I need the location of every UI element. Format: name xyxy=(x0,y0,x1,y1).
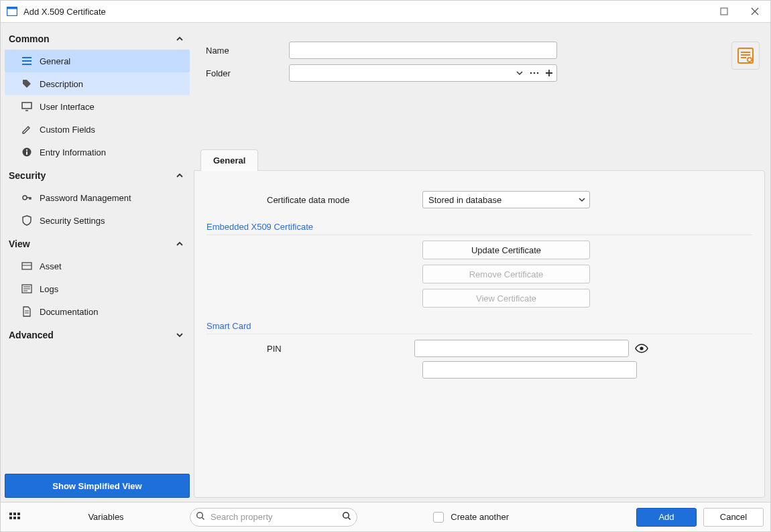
svg-point-11 xyxy=(534,72,536,74)
section-smart-card: Smart Card xyxy=(206,321,752,334)
sidebar-scroll: Common General Description User Interfac… xyxy=(5,27,190,470)
chevron-up-icon xyxy=(175,239,184,249)
key-icon xyxy=(21,192,33,204)
sidebar-group-common[interactable]: Common xyxy=(5,27,190,50)
create-another-checkbox[interactable] xyxy=(433,512,444,523)
search-icon[interactable] xyxy=(342,511,351,523)
svg-rect-19 xyxy=(9,517,12,519)
remove-certificate-button: Remove Certificate xyxy=(422,265,590,283)
sidebar-item-logs[interactable]: Logs xyxy=(5,277,190,300)
add-button[interactable]: Add xyxy=(636,508,697,527)
sidebar-item-label: Security Settings xyxy=(40,216,105,226)
cert-mode-select[interactable]: Stored in database xyxy=(422,191,590,208)
titlebar: Add X.509 Certificate xyxy=(1,1,770,23)
sidebar-item-label: Custom Fields xyxy=(40,125,95,135)
chevron-down-icon xyxy=(175,330,184,340)
search-property[interactable] xyxy=(190,508,357,527)
svg-point-22 xyxy=(197,513,203,519)
svg-rect-5 xyxy=(26,151,27,155)
pin-label: PIN xyxy=(206,344,414,354)
ellipsis-icon[interactable] xyxy=(527,65,542,81)
pin-confirm-input[interactable] xyxy=(422,361,637,379)
sidebar-item-general[interactable]: General xyxy=(5,50,190,72)
svg-point-7 xyxy=(23,196,27,200)
sidebar-item-documentation[interactable]: Documentation xyxy=(5,300,190,323)
chevron-up-icon xyxy=(175,171,184,180)
sidebar-item-password-management[interactable]: Password Management xyxy=(5,186,190,209)
tab-bar: General xyxy=(194,149,766,170)
tag-icon xyxy=(21,78,33,90)
sidebar-item-security-settings[interactable]: Security Settings xyxy=(5,209,190,232)
svg-rect-20 xyxy=(13,517,16,519)
reveal-password-icon[interactable] xyxy=(633,340,650,357)
sidebar-item-entry-info[interactable]: Entry Information xyxy=(5,141,190,163)
svg-point-15 xyxy=(640,346,643,350)
svg-rect-16 xyxy=(9,513,12,515)
sidebar-item-label: Password Management xyxy=(40,193,131,203)
entry-type-icon[interactable] xyxy=(731,42,760,70)
section-embedded-cert: Embedded X509 Certificate xyxy=(206,222,752,235)
sidebar-group-advanced[interactable]: Advanced xyxy=(5,323,190,346)
svg-rect-6 xyxy=(26,149,27,151)
name-label: Name xyxy=(206,46,281,56)
sidebar-item-label: User Interface xyxy=(40,102,95,112)
variables-label[interactable]: Variables xyxy=(29,512,183,522)
sidebar: Common General Description User Interfac… xyxy=(5,27,190,498)
tab-general[interactable]: General xyxy=(200,149,258,171)
svg-rect-1 xyxy=(7,7,17,9)
main-panel: Name Folder Gen xyxy=(194,27,766,498)
svg-point-10 xyxy=(530,72,532,74)
sidebar-item-custom-fields[interactable]: Custom Fields xyxy=(5,118,190,141)
svg-rect-18 xyxy=(17,513,20,515)
chevron-down-icon xyxy=(579,195,585,205)
sidebar-group-label: View xyxy=(9,239,30,249)
footer: Variables Create another Add Cancel xyxy=(1,502,770,531)
window-title: Add X.509 Certificate xyxy=(23,7,106,17)
tab-label: General xyxy=(213,155,245,165)
grid-icon[interactable] xyxy=(7,510,22,525)
sidebar-group-view[interactable]: View xyxy=(5,232,190,255)
sidebar-group-label: Common xyxy=(9,34,50,44)
dialog-body: Common General Description User Interfac… xyxy=(1,23,770,502)
logs-icon xyxy=(21,283,33,295)
svg-rect-2 xyxy=(721,8,727,15)
svg-point-12 xyxy=(537,72,539,74)
show-simplified-view-button[interactable]: Show Simplified View xyxy=(5,474,190,498)
edit-icon xyxy=(21,123,33,135)
svg-rect-17 xyxy=(13,513,16,515)
sidebar-group-security[interactable]: Security xyxy=(5,163,190,186)
sidebar-item-label: Description xyxy=(40,79,83,89)
info-icon xyxy=(21,146,33,158)
chevron-up-icon xyxy=(175,34,184,44)
sidebar-item-label: Asset xyxy=(40,261,62,271)
view-certificate-button: View Certificate xyxy=(422,289,590,308)
sidebar-item-label: General xyxy=(40,56,70,66)
plus-icon[interactable] xyxy=(542,65,556,81)
pin-input[interactable] xyxy=(414,340,629,357)
button-label: Show Simplified View xyxy=(52,481,141,491)
sidebar-item-asset[interactable]: Asset xyxy=(5,255,190,277)
maximize-button[interactable] xyxy=(709,1,739,23)
sidebar-item-description[interactable]: Description xyxy=(5,72,190,95)
sidebar-item-user-interface[interactable]: User Interface xyxy=(5,95,190,118)
update-certificate-button[interactable]: Update Certificate xyxy=(422,241,590,259)
cert-button-column: Update Certificate Remove Certificate Vi… xyxy=(422,241,590,308)
folder-picker[interactable] xyxy=(289,64,557,82)
chevron-down-icon[interactable] xyxy=(512,65,527,81)
search-icon xyxy=(196,511,205,523)
cancel-button[interactable]: Cancel xyxy=(703,508,764,527)
sidebar-item-label: Entry Information xyxy=(40,147,106,157)
close-button[interactable] xyxy=(739,1,770,23)
svg-rect-3 xyxy=(22,103,32,109)
list-icon xyxy=(21,55,33,67)
monitor-icon xyxy=(21,101,33,113)
folder-label: Folder xyxy=(206,68,281,78)
search-input[interactable] xyxy=(209,511,338,523)
name-input[interactable] xyxy=(289,42,557,59)
app-icon xyxy=(6,5,18,17)
svg-rect-8 xyxy=(22,263,32,269)
shield-icon xyxy=(21,214,33,226)
svg-point-23 xyxy=(343,513,349,519)
svg-rect-21 xyxy=(17,517,20,519)
create-another-label[interactable]: Create another xyxy=(451,512,509,522)
